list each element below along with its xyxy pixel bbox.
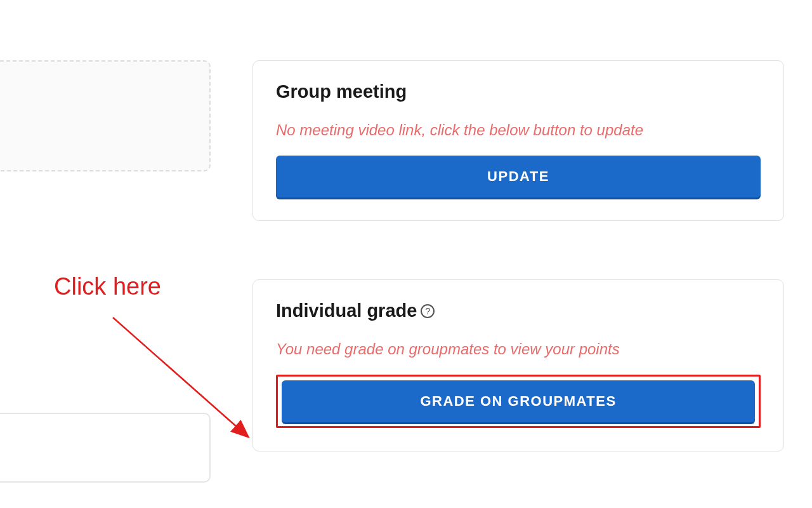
group-meeting-card: Group meeting No meeting video link, cli… xyxy=(252,60,784,221)
group-meeting-warning: No meeting video link, click the below b… xyxy=(276,120,761,140)
individual-grade-title: Individual grade ? xyxy=(276,300,761,321)
annotation-label: Click here xyxy=(54,273,161,300)
annotation-highlight-box: GRADE ON GROUPMATES xyxy=(276,375,761,428)
group-meeting-title: Group meeting xyxy=(276,81,761,102)
individual-grade-title-text: Individual grade xyxy=(276,300,417,321)
grade-on-groupmates-button[interactable]: GRADE ON GROUPMATES xyxy=(282,380,755,422)
left-placeholder-solid xyxy=(0,413,211,483)
group-meeting-title-text: Group meeting xyxy=(276,81,407,102)
individual-grade-warning: You need grade on groupmates to view you… xyxy=(276,339,761,359)
individual-grade-card: Individual grade ? You need grade on gro… xyxy=(252,279,784,451)
left-placeholder-dashed xyxy=(0,60,211,171)
help-icon[interactable]: ? xyxy=(421,304,435,318)
update-button[interactable]: UPDATE xyxy=(276,156,761,197)
